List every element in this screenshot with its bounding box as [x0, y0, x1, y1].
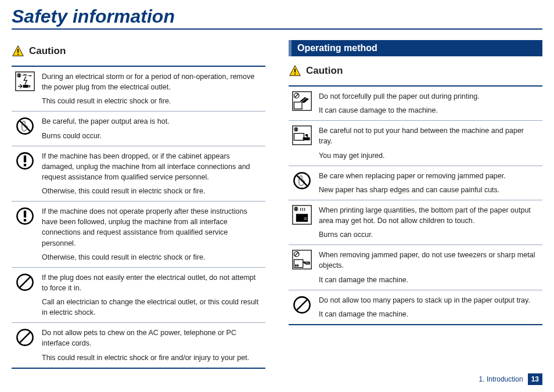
icon-cell: [12, 146, 38, 202]
svg-rect-43: [297, 265, 299, 267]
text-line: When printing large quantities, the bott…: [319, 205, 539, 226]
svg-line-40: [294, 253, 298, 257]
text-line: It can cause damage to the machine.: [319, 105, 539, 116]
svg-rect-35: [296, 207, 297, 210]
table-row: During an electrical storm or for a peri…: [12, 66, 265, 112]
caution-icon: [12, 45, 24, 57]
table-row: Do not allow pets to chew on the AC powe…: [12, 323, 265, 368]
prohibit-icon: [292, 295, 312, 315]
svg-rect-5: [23, 85, 28, 88]
icon-cell: [289, 245, 315, 290]
svg-line-24: [294, 93, 298, 98]
prohibit-icon: [15, 272, 35, 292]
text-line: Be care when replacing paper or removing…: [319, 171, 539, 181]
table-row: When removing jammed paper, do not use t…: [289, 245, 542, 290]
row-text: When removing jammed paper, do not use t…: [315, 245, 542, 290]
svg-rect-7: [28, 87, 30, 87]
svg-rect-21: [294, 74, 296, 75]
table-row: Be care when replacing paper or removing…: [289, 166, 542, 200]
caution-label: Caution: [29, 45, 66, 57]
hot-area-icon: [292, 205, 312, 225]
section-header-operating: Operating method: [289, 40, 542, 56]
svg-rect-30: [303, 138, 310, 141]
row-text: If the machine has been dropped, or if t…: [38, 146, 265, 202]
right-column: Operating method Caution: [289, 40, 542, 369]
text-line: It can damage the machine.: [319, 309, 539, 319]
table-row: If the plug does not easily enter the el…: [12, 267, 265, 323]
svg-rect-28: [296, 128, 297, 131]
hand-tray-icon: [292, 125, 312, 145]
table-row: Do not allow too many papers to stack up…: [289, 290, 542, 325]
text-line: New paper has sharp edges and can cause …: [319, 185, 539, 195]
text-line: During an electrical storm or for a peri…: [42, 71, 262, 92]
page-number: 13: [528, 373, 542, 385]
right-table: Do not forcefully pull the paper out dur…: [289, 85, 542, 325]
svg-line-19: [20, 332, 31, 343]
row-text: When printing large quantities, the bott…: [315, 200, 542, 244]
pull-paper-icon: [292, 91, 312, 111]
table-row: Do not forcefully pull the paper out dur…: [289, 86, 542, 121]
exclamation-icon: [15, 151, 35, 171]
row-text: Do not forcefully pull the paper out dur…: [315, 86, 542, 121]
icon-cell: [12, 66, 38, 112]
icon-cell: [289, 166, 315, 200]
table-row: If the machine does not operate properly…: [12, 202, 265, 268]
row-text: Do not allow pets to chew on the AC powe…: [38, 323, 265, 368]
svg-rect-20: [294, 69, 296, 72]
icon-cell: [12, 267, 38, 323]
svg-rect-1: [17, 54, 19, 55]
table-row: When printing large quantities, the bott…: [289, 200, 542, 244]
text-line: When removing jammed paper, do not use t…: [319, 250, 539, 271]
svg-rect-29: [294, 134, 304, 141]
text-line: This could result in electric shock or f…: [42, 353, 262, 363]
text-line: Call an electrician to change the electr…: [42, 297, 262, 318]
table-row: Be careful not to put your hand between …: [289, 121, 542, 166]
left-column: Caution: [12, 40, 265, 369]
text-line: If the machine has been dropped, or if t…: [42, 151, 262, 182]
svg-rect-4: [19, 74, 20, 77]
row-text: Do not allow too many papers to stack up…: [315, 290, 542, 325]
text-line: It can damage the machine.: [319, 275, 539, 285]
row-text: Be careful not to put your hand between …: [315, 121, 542, 166]
svg-rect-0: [17, 49, 19, 52]
caution-icon: [289, 64, 301, 77]
text-line: Burns could occur.: [42, 131, 262, 141]
icon-cell: [12, 112, 38, 146]
left-table: During an electrical storm or for a peri…: [12, 66, 265, 369]
text-line: Be careful not to put your hand between …: [319, 125, 539, 146]
text-line: Otherwise, this could result in electric…: [42, 252, 262, 262]
table-row: Be careful, the paper output area is hot…: [12, 112, 265, 146]
svg-line-17: [20, 276, 31, 287]
icon-cell: [12, 202, 38, 268]
table-row: If the machine has been dropped, or if t…: [12, 146, 265, 202]
no-tools-icon: [292, 250, 312, 269]
row-text: Be care when replacing paper or removing…: [315, 166, 542, 200]
page-footer: 1. Introduction 13: [479, 373, 542, 385]
row-text: If the machine does not operate properly…: [38, 202, 265, 268]
text-line: Do not allow too many papers to stack up…: [319, 295, 539, 305]
text-line: You may get injured.: [319, 150, 539, 161]
svg-rect-6: [28, 85, 30, 86]
storm-unplug-icon: [15, 71, 35, 91]
row-text: During an electrical storm or for a peri…: [38, 66, 265, 112]
svg-rect-25: [294, 102, 302, 109]
text-line: This could result in electric shock or f…: [42, 96, 262, 106]
text-line: Be careful, the paper output area is hot…: [42, 116, 262, 127]
svg-line-47: [297, 299, 308, 310]
text-line: Do not allow pets to chew on the AC powe…: [42, 328, 262, 348]
no-touch-icon: [15, 116, 35, 136]
row-text: Be careful, the paper output area is hot…: [38, 112, 265, 146]
text-line: Otherwise, this could result in electric…: [42, 186, 262, 196]
page-title: Safety information: [12, 6, 542, 30]
caution-header-left: Caution: [12, 45, 265, 57]
caution-header-right: Caution: [289, 64, 542, 77]
row-text: If the plug does not easily enter the el…: [38, 267, 265, 323]
text-line: If the machine does not operate properly…: [42, 206, 262, 249]
icon-cell: [289, 200, 315, 244]
icon-cell: [289, 121, 315, 166]
no-touch-icon: [292, 171, 312, 190]
text-line: Do not forcefully pull the paper out dur…: [319, 91, 539, 102]
svg-rect-42: [295, 265, 297, 267]
svg-rect-12: [24, 164, 26, 166]
text-line: Burns can occur.: [319, 229, 539, 240]
